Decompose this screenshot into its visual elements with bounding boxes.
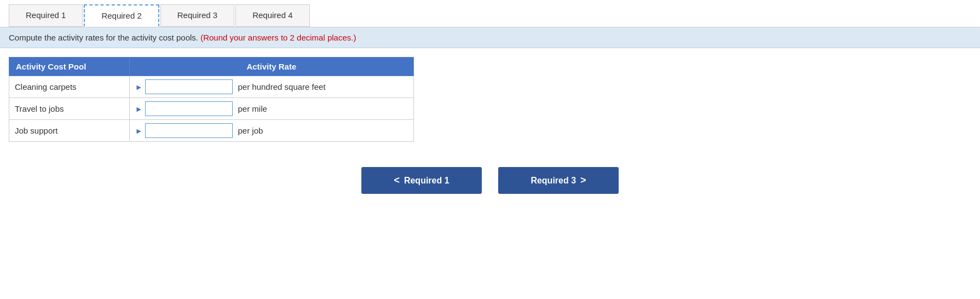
- page-wrapper: Required 1 Required 2 Required 3 Require…: [0, 0, 980, 210]
- rate-cell-2: ► per mile: [129, 98, 413, 120]
- prev-chevron: <: [394, 175, 400, 186]
- instruction-banner: Compute the activity rates for the activ…: [0, 27, 980, 48]
- next-button[interactable]: Required 3 >: [498, 167, 619, 194]
- pool-name-2: Travel to jobs: [9, 98, 130, 120]
- prev-button-label: Required 1: [404, 176, 449, 186]
- rate-input-2[interactable]: [145, 101, 233, 116]
- table-row: Cleaning carpets ► per hundred square fe…: [9, 76, 414, 98]
- tab-required1[interactable]: Required 1: [9, 4, 83, 27]
- tab-required2[interactable]: Required 2: [84, 4, 159, 27]
- rate-unit-2: per mile: [233, 104, 267, 113]
- pool-name-1: Cleaning carpets: [9, 76, 130, 98]
- rate-input-3[interactable]: [145, 123, 233, 138]
- arrow-icon-3: ►: [135, 127, 143, 135]
- col-header-pool: Activity Cost Pool: [9, 58, 130, 76]
- rate-unit-3: per job: [233, 126, 263, 135]
- rate-cell-3: ► per job: [129, 120, 413, 142]
- rate-input-1[interactable]: [145, 79, 233, 94]
- table-row: Travel to jobs ► per mile: [9, 98, 414, 120]
- tab-required4[interactable]: Required 4: [235, 4, 309, 27]
- next-chevron: >: [580, 175, 586, 186]
- arrow-icon-2: ►: [135, 105, 143, 113]
- next-button-label: Required 3: [531, 176, 576, 186]
- rate-unit-1: per hundred square feet: [233, 82, 326, 91]
- tabs-container: Required 1 Required 2 Required 3 Require…: [0, 0, 980, 27]
- col-header-rate: Activity Rate: [129, 58, 413, 76]
- prev-button[interactable]: < Required 1: [361, 167, 482, 194]
- tab-required3[interactable]: Required 3: [160, 4, 234, 27]
- table-wrapper: Activity Cost Pool Activity Rate Cleanin…: [0, 48, 980, 151]
- activity-table: Activity Cost Pool Activity Rate Cleanin…: [9, 57, 414, 142]
- arrow-icon-1: ►: [135, 83, 143, 91]
- rate-cell-1: ► per hundred square feet: [129, 76, 413, 98]
- pool-name-3: Job support: [9, 120, 130, 142]
- table-row: Job support ► per job: [9, 120, 414, 142]
- nav-buttons: < Required 1 Required 3 >: [0, 167, 980, 210]
